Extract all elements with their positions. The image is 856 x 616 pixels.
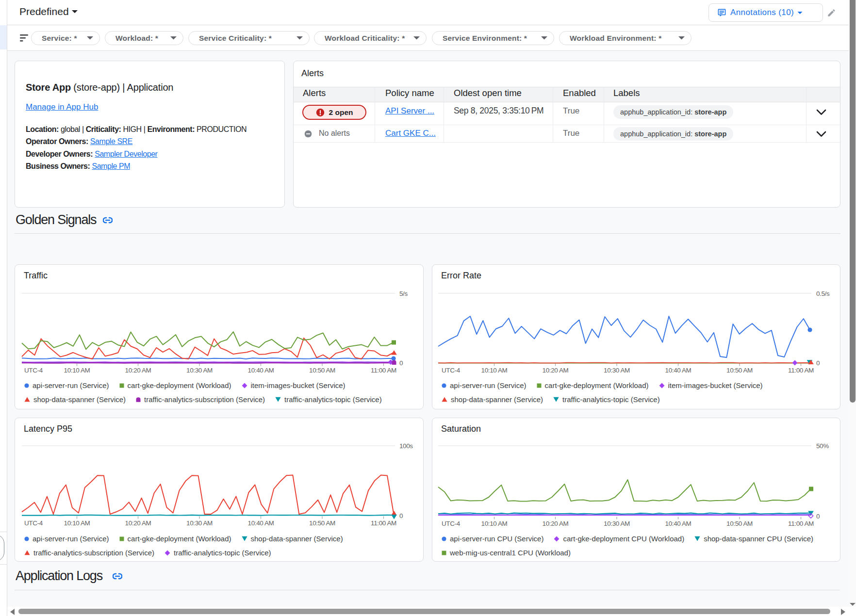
svg-text:UTC-4: UTC-4 bbox=[442, 367, 461, 374]
svg-text:UTC-4: UTC-4 bbox=[24, 367, 43, 374]
svg-text:10:10 AM: 10:10 AM bbox=[481, 367, 508, 374]
svg-text:10:50 AM: 10:50 AM bbox=[726, 367, 753, 374]
svg-text:10:30 AM: 10:30 AM bbox=[604, 520, 630, 527]
svg-text:10:40 AM: 10:40 AM bbox=[248, 367, 274, 374]
svg-text:100s: 100s bbox=[399, 442, 413, 450]
svg-text:0: 0 bbox=[816, 359, 820, 367]
svg-text:10:30 AM: 10:30 AM bbox=[186, 367, 213, 374]
svg-text:UTC-4: UTC-4 bbox=[24, 519, 43, 527]
svg-text:10:50 AM: 10:50 AM bbox=[726, 520, 753, 527]
svg-text:10:50 AM: 10:50 AM bbox=[309, 367, 335, 374]
svg-text:10:50 AM: 10:50 AM bbox=[309, 519, 335, 527]
svg-text:10:30 AM: 10:30 AM bbox=[186, 519, 213, 527]
svg-text:0.5/s: 0.5/s bbox=[816, 290, 830, 297]
svg-text:10:10 AM: 10:10 AM bbox=[64, 519, 90, 527]
svg-text:11:00 AM: 11:00 AM bbox=[371, 367, 396, 374]
svg-text:10:20 AM: 10:20 AM bbox=[543, 367, 569, 374]
svg-text:11:00 AM: 11:00 AM bbox=[788, 367, 814, 374]
svg-text:10:40 AM: 10:40 AM bbox=[665, 520, 691, 527]
svg-text:10:20 AM: 10:20 AM bbox=[125, 367, 151, 374]
svg-text:5/s: 5/s bbox=[399, 290, 408, 297]
svg-text:0: 0 bbox=[399, 359, 403, 367]
svg-text:0: 0 bbox=[399, 512, 403, 519]
svg-text:10:40 AM: 10:40 AM bbox=[665, 367, 691, 374]
svg-text:0: 0 bbox=[816, 513, 820, 520]
svg-text:11:00 AM: 11:00 AM bbox=[371, 519, 396, 527]
svg-text:11:00 AM: 11:00 AM bbox=[788, 520, 814, 527]
svg-text:10:10 AM: 10:10 AM bbox=[481, 520, 508, 527]
svg-text:10:20 AM: 10:20 AM bbox=[125, 519, 151, 527]
svg-text:UTC-4: UTC-4 bbox=[442, 520, 461, 527]
svg-text:10:40 AM: 10:40 AM bbox=[248, 519, 274, 527]
svg-text:10:10 AM: 10:10 AM bbox=[64, 367, 90, 374]
svg-text:50%: 50% bbox=[816, 442, 829, 450]
svg-text:10:20 AM: 10:20 AM bbox=[543, 520, 569, 527]
svg-text:10:30 AM: 10:30 AM bbox=[604, 367, 630, 374]
